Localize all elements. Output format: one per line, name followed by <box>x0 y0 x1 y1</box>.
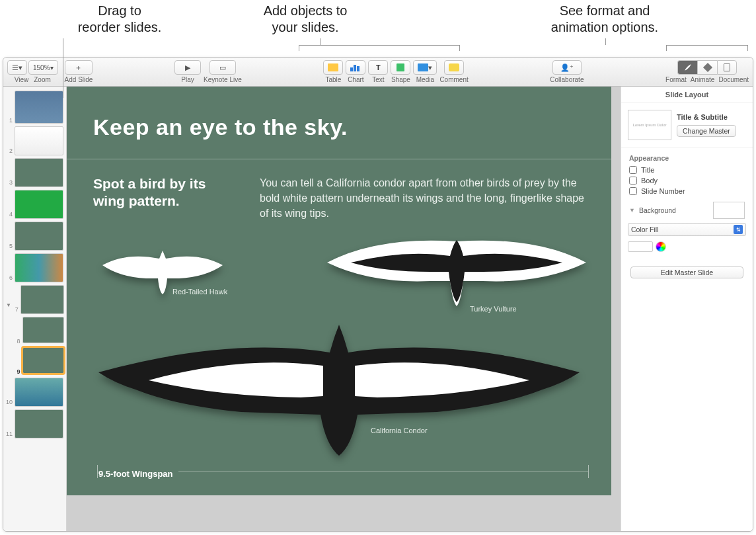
nav-item-3[interactable]: 3 <box>3 157 66 188</box>
diamond-icon <box>702 63 712 72</box>
body-checkbox[interactable]: Body <box>621 175 753 186</box>
edit-master-button[interactable]: Edit Master Slide <box>630 267 743 278</box>
keynote-live-label: Keynote Live <box>204 76 242 83</box>
shape-button[interactable] <box>391 60 410 75</box>
select-arrows-icon: ⇅ <box>734 225 743 234</box>
text-label: Text <box>372 76 384 83</box>
nav-item-1[interactable]: 1 <box>3 89 66 125</box>
nav-item-10[interactable]: 10 <box>3 376 66 408</box>
zoom-button[interactable]: 150%▾ <box>28 60 58 75</box>
condor-label: California Condor <box>371 427 428 434</box>
media-button[interactable]: ▾ <box>413 60 437 75</box>
nav-item-5[interactable]: 5 <box>3 220 66 252</box>
disclosure-icon[interactable]: ▼ <box>6 285 11 308</box>
slide-number-checkbox[interactable]: Slide Number <box>621 186 753 196</box>
brush-icon <box>683 63 693 72</box>
format-inspector: Slide Layout Lorem Ipsum Dolor Title & S… <box>621 87 753 531</box>
text-button[interactable]: T <box>368 60 388 75</box>
app-window: ☰▾ 150%▾ View Zoom ＋ Add Slide ▶Play ▭Ke… <box>3 57 753 532</box>
change-master-button[interactable]: Change Master <box>677 125 736 137</box>
slide-body[interactable]: You can tell a California condor apart f… <box>260 175 585 222</box>
nav-item-11[interactable]: 11 <box>3 408 66 440</box>
format-label: Format <box>665 76 687 83</box>
add-slide-button[interactable]: ＋ <box>65 60 93 75</box>
nav-item-8[interactable]: 8 <box>3 315 66 346</box>
keynote-live-button[interactable]: ▭ <box>209 60 236 75</box>
chart-label: Chart <box>348 76 363 83</box>
format-tab[interactable] <box>677 60 697 75</box>
background-preview[interactable] <box>713 202 745 219</box>
shape-label: Shape <box>391 76 410 83</box>
nav-item-2[interactable]: 2 <box>3 125 66 157</box>
animate-tab[interactable] <box>697 60 717 75</box>
document-tab[interactable] <box>717 60 737 75</box>
add-slide-label: Add Slide <box>65 76 93 83</box>
view-label: View <box>15 76 29 83</box>
chart-icon <box>350 63 361 71</box>
play-button[interactable]: ▶ <box>174 60 201 75</box>
document-label: Document <box>718 76 749 83</box>
animate-label: Animate <box>691 76 715 83</box>
media-icon <box>418 63 428 71</box>
collaborate-icon: 👤⁺ <box>560 63 574 72</box>
slide-subtitle[interactable]: Spot a bird by its wing pattern. <box>93 175 239 222</box>
document-icon <box>724 63 730 71</box>
comment-label: Comment <box>439 76 468 83</box>
master-name: Title & Subtitle <box>677 113 746 121</box>
callout-format: See format and animation options. <box>515 3 694 36</box>
slide[interactable]: Keep an eye to the sky. Spot a bird by i… <box>67 87 611 495</box>
color-wheel-button[interactable] <box>656 241 666 252</box>
nav-item-7[interactable]: ▼7 <box>3 284 66 315</box>
collaborate-label: Collaborate <box>550 76 584 83</box>
toolbar: ☰▾ 150%▾ View Zoom ＋ Add Slide ▶Play ▭Ke… <box>3 58 753 87</box>
bird-condor[interactable] <box>93 319 585 465</box>
title-checkbox[interactable]: Title <box>621 165 753 175</box>
nav-item-4[interactable]: 4 <box>3 188 66 220</box>
callout-reorder: Drag to reorder slides. <box>63 3 176 36</box>
chart-button[interactable] <box>346 60 365 75</box>
wingspan-label: 9.5-foot Wingspan <box>98 469 178 479</box>
play-label: Play <box>181 76 194 83</box>
collaborate-button[interactable]: 👤⁺ <box>552 60 582 75</box>
disclosure-triangle-icon[interactable]: ▼ <box>629 207 635 214</box>
comment-icon <box>449 63 459 71</box>
background-header: Background <box>639 206 709 214</box>
vulture-label: Turkey Vulture <box>470 305 517 313</box>
slide-navigator[interactable]: 1 2 3 4 5 6 ▼7 8 9 10 11 <box>3 87 67 531</box>
slide-canvas[interactable]: Keep an eye to the sky. Spot a bird by i… <box>67 87 621 531</box>
color-swatch[interactable] <box>628 241 653 252</box>
appearance-header: Appearance <box>621 147 753 165</box>
table-button[interactable] <box>323 60 343 75</box>
view-button[interactable]: ☰▾ <box>7 60 27 75</box>
master-thumbnail[interactable]: Lorem Ipsum Dolor <box>628 110 671 140</box>
fill-type-select[interactable]: Color Fill⇅ <box>628 223 746 236</box>
table-label: Table <box>325 76 341 83</box>
slide-title[interactable]: Keep an eye to the sky. <box>67 87 611 159</box>
comment-button[interactable] <box>444 60 464 75</box>
nav-item-9[interactable]: 9 <box>3 346 66 376</box>
shape-icon <box>397 63 404 71</box>
table-icon <box>328 63 338 71</box>
nav-item-6[interactable]: 6 <box>3 252 66 284</box>
zoom-label: Zoom <box>34 76 51 83</box>
inspector-header: Slide Layout <box>621 87 753 103</box>
hawk-label: Red-Tailed Hawk <box>172 288 227 296</box>
callout-objects: Add objects to your slides. <box>226 3 385 36</box>
bird-vulture[interactable] <box>324 236 589 315</box>
callouts-layer: Drag to reorder slides. Add objects to y… <box>0 0 756 57</box>
media-label: Media <box>416 76 434 83</box>
